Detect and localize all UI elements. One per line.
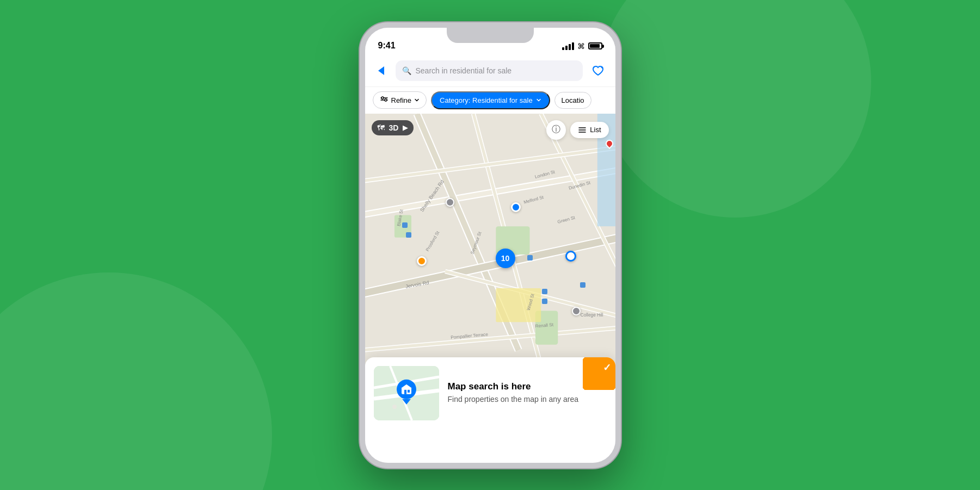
3d-label: 3D bbox=[389, 123, 399, 132]
map-pin-blue-ring-1[interactable] bbox=[511, 202, 521, 212]
bg-decoration-2 bbox=[599, 0, 871, 218]
map-controls-top-left: 🗺 3D ▶ bbox=[372, 120, 414, 135]
category-label: Category: Residential for sale bbox=[440, 96, 533, 104]
heart-plus-icon: + bbox=[590, 63, 606, 78]
signal-icon bbox=[562, 42, 574, 50]
list-button[interactable]: List bbox=[570, 122, 608, 138]
filter-row: Refine Category: Residential for sale Lo… bbox=[365, 87, 615, 114]
card-map-thumbnail bbox=[374, 366, 439, 420]
pin-dot bbox=[572, 307, 581, 315]
card-subtitle: Find properties on the map in any area bbox=[448, 394, 607, 405]
svg-point-4 bbox=[385, 99, 387, 101]
transit-pin bbox=[402, 222, 408, 228]
map-3d-toggle[interactable]: 🗺 3D ▶ bbox=[372, 120, 414, 135]
transit-pin bbox=[542, 289, 547, 294]
status-time: 9:41 bbox=[378, 41, 396, 51]
signal-bar-1 bbox=[562, 47, 564, 50]
map-pin-small-5 bbox=[580, 282, 585, 288]
map-pin-blue-ring-2[interactable] bbox=[565, 251, 576, 262]
map-pin-orange[interactable] bbox=[417, 256, 427, 266]
battery-fill bbox=[590, 44, 600, 48]
signal-bar-2 bbox=[565, 46, 568, 50]
transit-pin bbox=[406, 232, 411, 238]
map-controls-top-right: ⓘ List bbox=[546, 120, 608, 140]
map-pin-gray-1[interactable] bbox=[446, 198, 454, 207]
svg-marker-50 bbox=[401, 384, 412, 388]
signal-bar-4 bbox=[572, 42, 574, 50]
location-label: Locatio bbox=[562, 96, 584, 104]
map-pin-cluster-10[interactable]: 10 bbox=[496, 249, 515, 268]
list-label: List bbox=[590, 126, 601, 134]
transit-pin bbox=[542, 299, 547, 304]
search-row: 🔍 Search in residential for sale + bbox=[365, 55, 615, 87]
svg-text:+: + bbox=[601, 65, 603, 70]
bottom-card: ✓ bbox=[365, 357, 615, 429]
svg-rect-52 bbox=[408, 389, 410, 392]
refine-button[interactable]: Refine bbox=[373, 91, 427, 109]
check-icon: ✓ bbox=[603, 362, 611, 374]
refine-icon bbox=[380, 96, 389, 104]
card-logo-pin-body bbox=[397, 379, 416, 399]
svg-rect-51 bbox=[404, 389, 406, 394]
list-icon bbox=[578, 126, 587, 134]
category-chevron-icon bbox=[536, 97, 541, 103]
map-pin-red[interactable] bbox=[606, 140, 613, 147]
transit-pin bbox=[527, 255, 533, 260]
map-pin-small-3 bbox=[527, 255, 533, 260]
phone-content: 🔍 Search in residential for sale + Ref bbox=[365, 55, 615, 463]
map-icon: 🗺 bbox=[377, 123, 385, 132]
map-pin-small-2 bbox=[406, 232, 411, 238]
refine-chevron-icon bbox=[414, 97, 420, 103]
phone-frame: 9:41 ⌘ 🔍 Search in residential for sale bbox=[360, 22, 621, 468]
battery-icon bbox=[588, 42, 602, 49]
back-button[interactable] bbox=[373, 62, 390, 79]
search-icon: 🔍 bbox=[402, 66, 411, 75]
status-icons: ⌘ bbox=[562, 42, 602, 51]
red-pin bbox=[604, 138, 615, 149]
pin-dot bbox=[565, 251, 576, 262]
signal-bar-3 bbox=[569, 44, 571, 50]
category-button[interactable]: Category: Residential for sale bbox=[431, 91, 550, 109]
compass-icon: ▶ bbox=[403, 123, 408, 132]
card-logo-pin-tail bbox=[402, 399, 411, 404]
bg-decoration-1 bbox=[0, 272, 272, 490]
location-button[interactable]: Locatio bbox=[554, 92, 591, 109]
card-logo-pin bbox=[397, 379, 416, 402]
search-placeholder: Search in residential for sale bbox=[416, 66, 512, 75]
refine-label: Refine bbox=[391, 96, 412, 104]
wifi-icon: ⌘ bbox=[577, 42, 585, 51]
orange-corner-accent: ✓ bbox=[583, 357, 615, 390]
svg-text:College Hill: College Hill bbox=[580, 312, 603, 317]
card-logo-icon bbox=[400, 383, 412, 395]
back-chevron-icon bbox=[378, 66, 384, 75]
map-area[interactable]: Shelly Beach Rd Jervois Rd Melford St Gr… bbox=[365, 114, 615, 429]
search-bar[interactable]: 🔍 Search in residential for sale bbox=[396, 60, 583, 81]
info-button[interactable]: ⓘ bbox=[546, 120, 566, 140]
pin-dot bbox=[511, 202, 521, 212]
map-pin-gray-2[interactable] bbox=[572, 307, 581, 315]
pin-dot bbox=[446, 198, 454, 207]
map-pin-small-6 bbox=[542, 299, 547, 304]
pin-cluster-dot: 10 bbox=[496, 249, 515, 268]
svg-point-48 bbox=[392, 405, 397, 409]
map-pin-small-4 bbox=[542, 289, 547, 294]
card-map-thumb-inner bbox=[374, 366, 439, 420]
phone-notch bbox=[447, 28, 534, 43]
svg-rect-25 bbox=[496, 288, 541, 322]
map-pin-small-1 bbox=[402, 222, 408, 228]
transit-pin bbox=[580, 282, 585, 288]
save-search-button[interactable]: + bbox=[588, 61, 608, 80]
svg-point-3 bbox=[381, 97, 384, 99]
pin-dot bbox=[417, 256, 427, 266]
